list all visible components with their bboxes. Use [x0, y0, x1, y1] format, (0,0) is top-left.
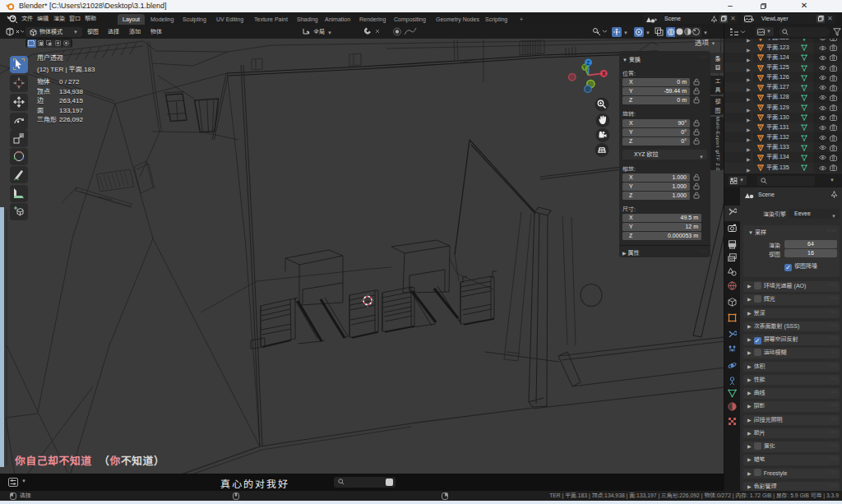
svg-text:X: X: [602, 71, 606, 76]
svg-text:Z: Z: [586, 60, 590, 66]
svg-text:Y: Y: [582, 64, 586, 70]
